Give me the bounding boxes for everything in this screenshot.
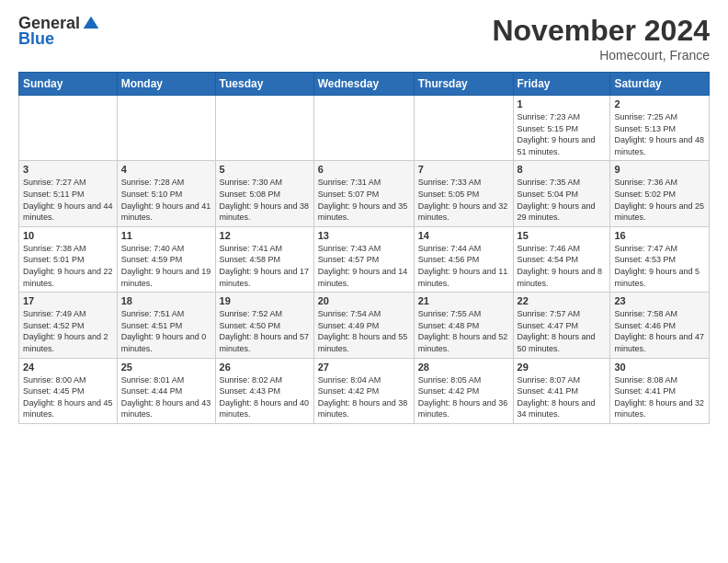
- calendar-cell: 8Sunrise: 7:35 AM Sunset: 5:04 PM Daylig…: [513, 161, 610, 226]
- calendar-cell: 9Sunrise: 7:36 AM Sunset: 5:02 PM Daylig…: [610, 161, 710, 226]
- day-number: 20: [318, 295, 410, 306]
- day-number: 23: [614, 295, 705, 306]
- day-info: Sunrise: 8:08 AM Sunset: 4:41 PM Dayligh…: [614, 374, 705, 420]
- calendar-cell: 17Sunrise: 7:49 AM Sunset: 4:52 PM Dayli…: [19, 293, 118, 358]
- day-number: 30: [614, 362, 705, 373]
- calendar-cell: 4Sunrise: 7:28 AM Sunset: 5:10 PM Daylig…: [117, 161, 215, 226]
- calendar-week-row: 10Sunrise: 7:38 AM Sunset: 5:01 PM Dayli…: [19, 226, 710, 292]
- calendar-cell: [313, 96, 414, 161]
- calendar-header-friday: Friday: [513, 73, 610, 96]
- calendar-cell: 5Sunrise: 7:30 AM Sunset: 5:08 PM Daylig…: [215, 161, 313, 226]
- calendar-cell: 13Sunrise: 7:43 AM Sunset: 4:57 PM Dayli…: [313, 226, 414, 292]
- day-info: Sunrise: 7:23 AM Sunset: 5:15 PM Dayligh…: [518, 111, 607, 157]
- day-info: Sunrise: 7:46 AM Sunset: 4:54 PM Dayligh…: [518, 243, 607, 289]
- calendar-cell: 23Sunrise: 7:58 AM Sunset: 4:46 PM Dayli…: [610, 293, 710, 358]
- day-number: 29: [518, 362, 607, 373]
- day-info: Sunrise: 7:47 AM Sunset: 4:53 PM Dayligh…: [614, 243, 705, 289]
- calendar-cell: 20Sunrise: 7:54 AM Sunset: 4:49 PM Dayli…: [313, 293, 414, 358]
- day-number: 24: [23, 362, 113, 373]
- day-number: 11: [121, 230, 211, 241]
- day-number: 1: [518, 98, 607, 109]
- day-info: Sunrise: 7:31 AM Sunset: 5:07 PM Dayligh…: [318, 177, 410, 223]
- calendar-week-row: 1Sunrise: 7:23 AM Sunset: 5:15 PM Daylig…: [19, 96, 710, 161]
- calendar-header-saturday: Saturday: [610, 73, 710, 96]
- day-info: Sunrise: 7:44 AM Sunset: 4:56 PM Dayligh…: [418, 243, 509, 289]
- day-info: Sunrise: 7:58 AM Sunset: 4:46 PM Dayligh…: [614, 308, 705, 354]
- calendar-cell: 3Sunrise: 7:27 AM Sunset: 5:11 PM Daylig…: [19, 161, 118, 226]
- day-number: 26: [220, 362, 310, 373]
- calendar-header-wednesday: Wednesday: [313, 73, 414, 96]
- calendar-header-monday: Monday: [117, 73, 215, 96]
- calendar-cell: 14Sunrise: 7:44 AM Sunset: 4:56 PM Dayli…: [414, 226, 513, 292]
- day-number: 18: [121, 295, 211, 306]
- calendar-cell: 26Sunrise: 8:02 AM Sunset: 4:43 PM Dayli…: [215, 358, 313, 423]
- calendar-cell: 29Sunrise: 8:07 AM Sunset: 4:41 PM Dayli…: [513, 358, 610, 423]
- title-block: November 2024 Homecourt, France: [492, 14, 710, 63]
- calendar-cell: 19Sunrise: 7:52 AM Sunset: 4:50 PM Dayli…: [215, 293, 313, 358]
- day-info: Sunrise: 8:01 AM Sunset: 4:44 PM Dayligh…: [121, 374, 211, 420]
- day-info: Sunrise: 7:49 AM Sunset: 4:52 PM Dayligh…: [23, 308, 113, 354]
- calendar-header-tuesday: Tuesday: [215, 73, 313, 96]
- calendar-cell: 24Sunrise: 8:00 AM Sunset: 4:45 PM Dayli…: [19, 358, 118, 423]
- calendar-cell: 30Sunrise: 8:08 AM Sunset: 4:41 PM Dayli…: [610, 358, 710, 423]
- day-info: Sunrise: 7:51 AM Sunset: 4:51 PM Dayligh…: [121, 308, 211, 354]
- day-number: 7: [418, 164, 509, 175]
- logo: General Blue: [18, 14, 100, 49]
- day-number: 3: [23, 164, 113, 175]
- calendar-week-row: 17Sunrise: 7:49 AM Sunset: 4:52 PM Dayli…: [19, 293, 710, 358]
- calendar-header-thursday: Thursday: [414, 73, 513, 96]
- calendar-cell: 25Sunrise: 8:01 AM Sunset: 4:44 PM Dayli…: [117, 358, 215, 423]
- calendar-cell: 11Sunrise: 7:40 AM Sunset: 4:59 PM Dayli…: [117, 226, 215, 292]
- day-info: Sunrise: 8:07 AM Sunset: 4:41 PM Dayligh…: [518, 374, 607, 420]
- day-number: 9: [614, 164, 705, 175]
- calendar-cell: 2Sunrise: 7:25 AM Sunset: 5:13 PM Daylig…: [610, 96, 710, 161]
- calendar-cell: [19, 96, 118, 161]
- calendar-cell: 1Sunrise: 7:23 AM Sunset: 5:15 PM Daylig…: [513, 96, 610, 161]
- day-info: Sunrise: 7:40 AM Sunset: 4:59 PM Dayligh…: [121, 243, 211, 289]
- main-title: November 2024: [492, 14, 710, 48]
- day-number: 28: [418, 362, 509, 373]
- day-number: 19: [220, 295, 310, 306]
- day-number: 4: [121, 164, 211, 175]
- page: General Blue November 2024 Homecourt, Fr…: [0, 0, 728, 563]
- calendar-cell: 22Sunrise: 7:57 AM Sunset: 4:47 PM Dayli…: [513, 293, 610, 358]
- svg-marker-0: [84, 16, 99, 28]
- day-number: 16: [614, 230, 705, 241]
- day-number: 8: [518, 164, 607, 175]
- day-info: Sunrise: 7:43 AM Sunset: 4:57 PM Dayligh…: [318, 243, 410, 289]
- day-info: Sunrise: 7:35 AM Sunset: 5:04 PM Dayligh…: [518, 177, 607, 223]
- day-number: 21: [418, 295, 509, 306]
- subtitle: Homecourt, France: [492, 48, 710, 63]
- calendar-cell: 6Sunrise: 7:31 AM Sunset: 5:07 PM Daylig…: [313, 161, 414, 226]
- day-number: 6: [318, 164, 410, 175]
- day-info: Sunrise: 7:57 AM Sunset: 4:47 PM Dayligh…: [518, 308, 607, 354]
- day-number: 14: [418, 230, 509, 241]
- calendar-cell: [414, 96, 513, 161]
- calendar-cell: [117, 96, 215, 161]
- calendar: SundayMondayTuesdayWednesdayThursdayFrid…: [18, 72, 710, 424]
- day-number: 13: [318, 230, 410, 241]
- day-number: 22: [518, 295, 607, 306]
- calendar-cell: 21Sunrise: 7:55 AM Sunset: 4:48 PM Dayli…: [414, 293, 513, 358]
- day-info: Sunrise: 7:55 AM Sunset: 4:48 PM Dayligh…: [418, 308, 509, 354]
- day-info: Sunrise: 7:30 AM Sunset: 5:08 PM Dayligh…: [220, 177, 310, 223]
- header: General Blue November 2024 Homecourt, Fr…: [18, 14, 710, 63]
- day-info: Sunrise: 7:36 AM Sunset: 5:02 PM Dayligh…: [614, 177, 705, 223]
- day-number: 10: [23, 230, 113, 241]
- day-info: Sunrise: 7:28 AM Sunset: 5:10 PM Dayligh…: [121, 177, 211, 223]
- calendar-week-row: 3Sunrise: 7:27 AM Sunset: 5:11 PM Daylig…: [19, 161, 710, 226]
- day-number: 5: [220, 164, 310, 175]
- logo-blue: Blue: [18, 29, 100, 49]
- day-info: Sunrise: 7:25 AM Sunset: 5:13 PM Dayligh…: [614, 111, 705, 157]
- day-info: Sunrise: 7:33 AM Sunset: 5:05 PM Dayligh…: [418, 177, 509, 223]
- day-info: Sunrise: 7:54 AM Sunset: 4:49 PM Dayligh…: [318, 308, 410, 354]
- day-number: 2: [614, 98, 705, 109]
- calendar-cell: [215, 96, 313, 161]
- calendar-cell: 10Sunrise: 7:38 AM Sunset: 5:01 PM Dayli…: [19, 226, 118, 292]
- calendar-cell: 12Sunrise: 7:41 AM Sunset: 4:58 PM Dayli…: [215, 226, 313, 292]
- calendar-cell: 16Sunrise: 7:47 AM Sunset: 4:53 PM Dayli…: [610, 226, 710, 292]
- day-info: Sunrise: 7:27 AM Sunset: 5:11 PM Dayligh…: [23, 177, 113, 223]
- day-info: Sunrise: 8:00 AM Sunset: 4:45 PM Dayligh…: [23, 374, 113, 420]
- calendar-cell: 15Sunrise: 7:46 AM Sunset: 4:54 PM Dayli…: [513, 226, 610, 292]
- calendar-cell: 7Sunrise: 7:33 AM Sunset: 5:05 PM Daylig…: [414, 161, 513, 226]
